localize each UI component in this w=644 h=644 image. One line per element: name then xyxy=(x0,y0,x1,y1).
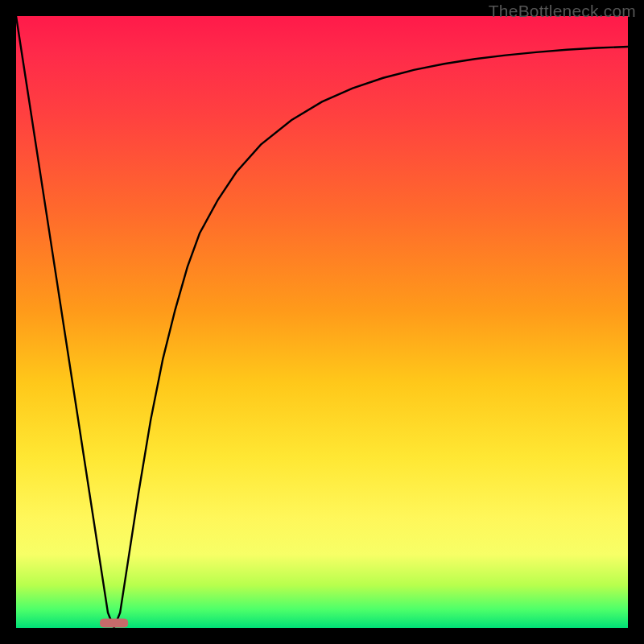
curve-layer xyxy=(16,16,628,628)
bottleneck-curve xyxy=(16,16,628,628)
min-marker xyxy=(101,619,128,627)
watermark-text: TheBottleneck.com xyxy=(489,2,636,21)
chart-frame: TheBottleneck.com xyxy=(0,0,644,644)
plot-area xyxy=(16,16,628,628)
